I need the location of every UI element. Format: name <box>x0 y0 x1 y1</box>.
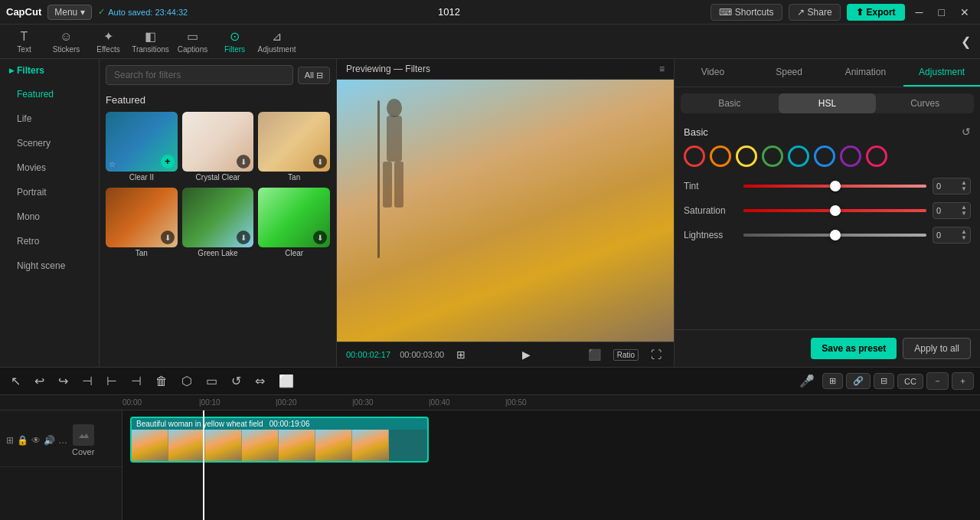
play-button[interactable]: ▶ <box>519 347 534 362</box>
featured-section-label: Featured <box>100 91 336 112</box>
plus-button[interactable]: ＋ <box>952 372 974 390</box>
tint-slider[interactable] <box>743 185 926 188</box>
apply-all-button[interactable]: Apply to all <box>903 338 971 359</box>
collapse-panel-button[interactable]: ❮ <box>955 34 977 49</box>
color-green[interactable] <box>762 146 783 167</box>
preview-menu-icon[interactable]: ≡ <box>659 64 665 74</box>
flip-button[interactable]: ⇔ <box>250 371 270 391</box>
filter-card-tan[interactable]: ⬇ Tan <box>258 112 330 183</box>
sat-thumb[interactable] <box>830 205 841 216</box>
group-button[interactable]: ⬡ <box>177 371 197 391</box>
preview-title: Previewing — Filters <box>346 64 430 74</box>
tab-animation[interactable]: Animation <box>828 59 904 87</box>
minus-button[interactable]: － <box>926 372 949 390</box>
tint-decrement[interactable]: ▼ <box>961 186 967 192</box>
lightness-input[interactable]: 0 ▲ ▼ <box>933 227 971 244</box>
maximize-button[interactable]: □ <box>934 6 949 18</box>
transitions-icon: ◧ <box>145 29 156 44</box>
fullscreen-button[interactable]: ⛶ <box>648 347 665 362</box>
tool-effects[interactable]: ✦ Effects <box>87 25 129 59</box>
shortcuts-button[interactable]: ⌨Shortcuts <box>710 4 782 21</box>
transform-button[interactable]: ⬜ <box>274 371 299 391</box>
close-button[interactable]: ✕ <box>956 6 974 18</box>
saturation-slider[interactable] <box>743 209 926 212</box>
tint-thumb[interactable] <box>830 181 841 191</box>
track-icon-eye[interactable]: 👁 <box>31 435 41 446</box>
subtab-basic[interactable]: Basic <box>681 93 779 113</box>
all-filters-button[interactable]: All ⊟ <box>298 67 330 84</box>
screenshot-button[interactable]: ⬛ <box>585 347 604 362</box>
export-button[interactable]: ⬆Export <box>847 4 905 21</box>
nav-item-life[interactable]: Life <box>5 107 94 130</box>
sat-decrement[interactable]: ▼ <box>961 211 967 217</box>
tool-transitions[interactable]: ◧ Transitions <box>129 25 172 59</box>
trim-right-button[interactable]: ⊣ <box>126 371 146 391</box>
select-tool-button[interactable]: ↖ <box>6 371 25 391</box>
lightness-slider[interactable] <box>743 234 926 237</box>
nav-item-retro[interactable]: Retro <box>5 230 94 253</box>
nav-item-mono[interactable]: Mono <box>5 205 94 228</box>
tool-captions[interactable]: ▭ Captions <box>172 25 214 59</box>
filter-card-tan2[interactable]: ⬇ Tan <box>106 188 178 259</box>
light-thumb[interactable] <box>830 230 841 240</box>
share-button[interactable]: ↗Share <box>789 4 841 21</box>
color-yellow[interactable] <box>736 146 757 167</box>
crop-button[interactable]: ▭ <box>201 371 222 391</box>
video-clip[interactable]: Beautiful woman in yellow wheat field 00… <box>130 417 429 463</box>
captions-timeline-button[interactable]: CC <box>897 374 923 389</box>
color-blue[interactable] <box>814 146 835 167</box>
split-track-button[interactable]: ⊞ <box>822 373 843 389</box>
filters-header: ▸ Filters <box>0 59 99 82</box>
color-cyan[interactable] <box>788 146 809 167</box>
svg-rect-2 <box>383 162 392 208</box>
subtab-hsl[interactable]: HSL <box>779 93 877 113</box>
redo-button[interactable]: ↪ <box>54 371 73 391</box>
nav-item-movies[interactable]: Movies <box>5 156 94 179</box>
track-icon-add[interactable]: ⊞ <box>6 435 14 446</box>
link-button[interactable]: 🔗 <box>846 373 871 389</box>
tool-stickers[interactable]: ☺ Stickers <box>45 25 87 59</box>
tab-adjustment[interactable]: Adjustment <box>903 59 980 87</box>
grid-view-button[interactable]: ⊞ <box>453 347 469 362</box>
nav-item-scenery[interactable]: Scenery <box>5 132 94 155</box>
trim-left-button[interactable]: ⊢ <box>102 371 122 391</box>
subtab-curves[interactable]: Curves <box>876 93 974 113</box>
ratio-button[interactable]: Ratio <box>613 349 639 361</box>
trim-button[interactable]: ⊟ <box>874 373 894 389</box>
undo-button[interactable]: ↩ <box>30 371 49 391</box>
split-button[interactable]: ⊣ <box>77 371 97 391</box>
audio-button[interactable]: 🎤 <box>795 371 819 391</box>
color-orange[interactable] <box>710 146 731 167</box>
tab-speed[interactable]: Speed <box>751 59 828 87</box>
filter-search-input[interactable] <box>106 65 293 85</box>
nav-item-portrait[interactable]: Portrait <box>5 181 94 204</box>
save-preset-button[interactable]: Save as preset <box>811 338 897 359</box>
reset-icon[interactable]: ↺ <box>962 126 971 138</box>
filter-card-clear[interactable]: ⬇ Clear <box>258 188 330 259</box>
tint-input[interactable]: 0 ▲ ▼ <box>933 178 971 195</box>
menu-button[interactable]: Menu ▾ <box>47 5 92 20</box>
delete-button[interactable]: 🗑 <box>151 372 172 391</box>
tool-adjustment[interactable]: ⊿ Adjustment <box>256 25 298 59</box>
color-pink[interactable] <box>866 146 887 167</box>
track-icon-audio[interactable]: 🔊 <box>44 435 55 446</box>
nav-item-night-scene[interactable]: Night scene <box>5 254 94 277</box>
clip-frame-6 <box>315 430 352 461</box>
minimize-button[interactable]: ─ <box>911 6 928 18</box>
rotate-button[interactable]: ↺ <box>227 371 246 391</box>
saturation-input[interactable]: 0 ▲ ▼ <box>933 202 971 219</box>
filter-card-clear-ii[interactable]: ☆ + Clear II <box>106 112 178 183</box>
tab-video[interactable]: Video <box>675 59 751 87</box>
color-red[interactable] <box>684 146 705 167</box>
filter-name-clear: Clear <box>258 249 330 259</box>
nav-item-featured[interactable]: Featured <box>5 83 94 106</box>
top-bar-left: CapCut Menu ▾ ✓ Auto saved: 23:44:32 <box>6 5 188 20</box>
filter-card-green-lake[interactable]: ⬇ Green Lake <box>182 188 254 259</box>
color-purple[interactable] <box>840 146 861 167</box>
tool-text[interactable]: T Text <box>3 25 45 59</box>
filter-card-crystal-clear[interactable]: ⬇ Crystal Clear <box>182 112 254 183</box>
track-icon-more[interactable]: … <box>58 435 67 446</box>
light-decrement[interactable]: ▼ <box>961 235 967 241</box>
track-icon-lock[interactable]: 🔒 <box>17 435 28 446</box>
tool-filters[interactable]: ⊙ Filters <box>214 25 256 59</box>
